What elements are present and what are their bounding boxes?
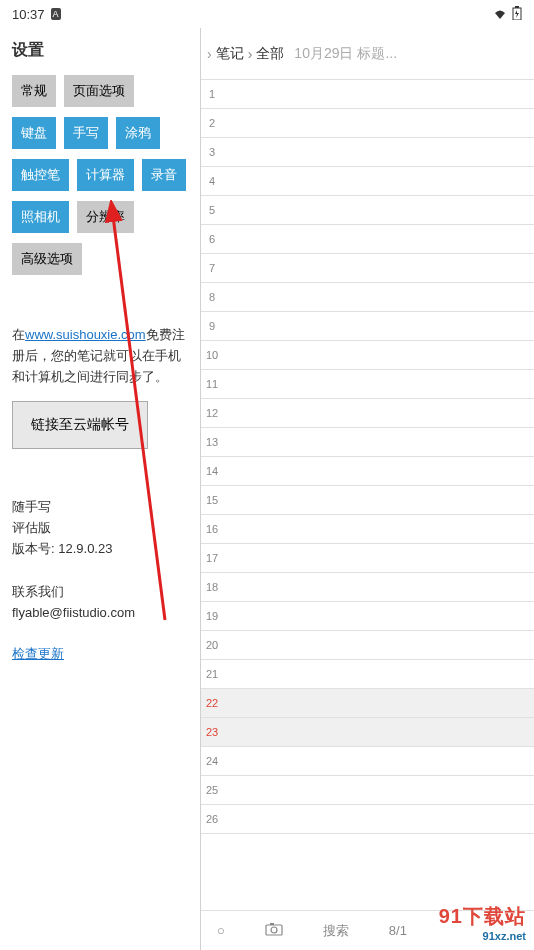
page-options-button[interactable]: 页面选项 <box>64 75 134 107</box>
line-number: 25 <box>201 784 223 796</box>
line-number: 23 <box>201 726 223 738</box>
note-line[interactable]: 5 <box>201 196 534 225</box>
note-line[interactable]: 9 <box>201 312 534 341</box>
line-number: 6 <box>201 233 223 245</box>
line-number: 20 <box>201 639 223 651</box>
settings-sidebar: 设置 常规 页面选项 键盘 手写 涂鸦 触控笔 计算器 录音 照相机 分辨率 高… <box>0 28 200 950</box>
website-link[interactable]: www.suishouxie.com <box>25 327 146 342</box>
line-number: 11 <box>201 378 223 390</box>
note-line[interactable]: 15 <box>201 486 534 515</box>
note-line[interactable]: 19 <box>201 602 534 631</box>
stylus-button[interactable]: 触控笔 <box>12 159 69 191</box>
line-number: 14 <box>201 465 223 477</box>
note-line[interactable]: 10 <box>201 341 534 370</box>
camera-tool-icon[interactable] <box>265 922 283 939</box>
line-number: 22 <box>201 697 223 709</box>
record-button[interactable]: 录音 <box>142 159 186 191</box>
wifi-icon <box>492 7 508 22</box>
note-line[interactable]: 7 <box>201 254 534 283</box>
cloud-info-text: 在www.suishouxie.com免费注册后，您的笔记就可以在手机和计算机之… <box>12 325 188 387</box>
note-line[interactable]: 24 <box>201 747 534 776</box>
line-number: 19 <box>201 610 223 622</box>
line-number: 5 <box>201 204 223 216</box>
handwrite-button[interactable]: 手写 <box>64 117 108 149</box>
line-number: 2 <box>201 117 223 129</box>
line-number: 10 <box>201 349 223 361</box>
breadcrumb-detail[interactable]: 10月29日 标题... <box>294 45 397 63</box>
link-cloud-button[interactable]: 链接至云端帐号 <box>12 401 148 449</box>
line-number: 17 <box>201 552 223 564</box>
doodle-button[interactable]: 涂鸦 <box>116 117 160 149</box>
resolution-button[interactable]: 分辨率 <box>77 201 134 233</box>
svg-point-3 <box>271 927 277 933</box>
note-line[interactable]: 11 <box>201 370 534 399</box>
settings-title: 设置 <box>12 40 188 61</box>
line-number: 1 <box>201 88 223 100</box>
breadcrumb-all[interactable]: 全部 <box>256 45 284 63</box>
line-number: 24 <box>201 755 223 767</box>
battery-icon <box>512 6 522 23</box>
bottom-toolbar: ○ 搜索 8/1 <box>201 910 534 950</box>
note-line[interactable]: 12 <box>201 399 534 428</box>
contact-label: 联系我们 <box>12 582 188 603</box>
note-line[interactable]: 2 <box>201 109 534 138</box>
breadcrumb-notes[interactable]: 笔记 <box>216 45 244 63</box>
line-number: 9 <box>201 320 223 332</box>
app-name: 随手写 <box>12 497 188 518</box>
note-line[interactable]: 23 <box>201 718 534 747</box>
line-number: 16 <box>201 523 223 535</box>
line-number: 12 <box>201 407 223 419</box>
line-number: 18 <box>201 581 223 593</box>
line-number: 4 <box>201 175 223 187</box>
app-version: 版本号: 12.9.0.23 <box>12 539 188 560</box>
search-label[interactable]: 搜索 <box>323 922 349 940</box>
note-line[interactable]: 20 <box>201 631 534 660</box>
check-update-link[interactable]: 检查更新 <box>12 645 188 663</box>
line-number: 8 <box>201 291 223 303</box>
line-number: 3 <box>201 146 223 158</box>
note-line[interactable]: 4 <box>201 167 534 196</box>
note-line[interactable]: 6 <box>201 225 534 254</box>
general-button[interactable]: 常规 <box>12 75 56 107</box>
svg-rect-1 <box>515 6 519 8</box>
note-line[interactable]: 8 <box>201 283 534 312</box>
note-lines[interactable]: 1234567891011121314151617181920212223242… <box>201 80 534 910</box>
note-line[interactable]: 22 <box>201 689 534 718</box>
svg-rect-4 <box>270 923 274 925</box>
circle-tool-icon[interactable]: ○ <box>217 923 225 938</box>
breadcrumb-sep: › <box>248 46 253 62</box>
status-indicator: A <box>51 8 61 20</box>
note-line[interactable]: 17 <box>201 544 534 573</box>
line-number: 26 <box>201 813 223 825</box>
note-line[interactable]: 14 <box>201 457 534 486</box>
line-number: 15 <box>201 494 223 506</box>
page-indicator[interactable]: 8/1 <box>389 923 407 938</box>
note-line[interactable]: 13 <box>201 428 534 457</box>
keyboard-button[interactable]: 键盘 <box>12 117 56 149</box>
advanced-button[interactable]: 高级选项 <box>12 243 82 275</box>
line-number: 7 <box>201 262 223 274</box>
app-edition: 评估版 <box>12 518 188 539</box>
chevron-right-icon[interactable]: › <box>207 46 212 62</box>
breadcrumb: › 笔记 › 全部 10月29日 标题... <box>201 28 534 80</box>
note-line[interactable]: 26 <box>201 805 534 834</box>
camera-button[interactable]: 照相机 <box>12 201 69 233</box>
note-line[interactable]: 21 <box>201 660 534 689</box>
line-number: 21 <box>201 668 223 680</box>
calculator-button[interactable]: 计算器 <box>77 159 134 191</box>
note-line[interactable]: 3 <box>201 138 534 167</box>
note-line[interactable]: 16 <box>201 515 534 544</box>
note-line[interactable]: 18 <box>201 573 534 602</box>
note-line[interactable]: 25 <box>201 776 534 805</box>
contact-email: flyable@fiistudio.com <box>12 603 188 624</box>
status-time: 10:37 <box>12 7 45 22</box>
note-line[interactable]: 1 <box>201 80 534 109</box>
line-number: 13 <box>201 436 223 448</box>
